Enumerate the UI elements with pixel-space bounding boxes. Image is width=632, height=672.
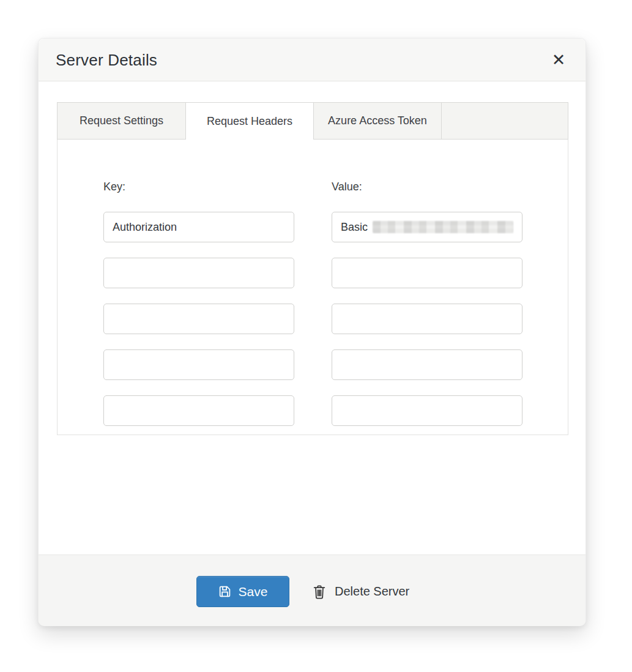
delete-server-label: Delete Server <box>335 584 409 599</box>
header-value-input-2[interactable] <box>332 258 522 288</box>
key-column-label: Key: <box>103 181 125 193</box>
tab-request-headers[interactable]: Request Headers <box>185 103 314 140</box>
close-button[interactable]: ✕ <box>546 39 571 81</box>
page-background: Server Details ✕ Request Settings Reques… <box>0 0 632 672</box>
save-button[interactable]: Save <box>196 576 289 607</box>
dialog-footer: Save Delete Server <box>39 554 586 626</box>
save-button-label: Save <box>239 584 268 599</box>
tab-request-settings[interactable]: Request Settings <box>58 103 185 139</box>
tab-azure-access-token[interactable]: Azure Access Token <box>314 103 441 139</box>
header-key-input-3[interactable] <box>103 304 294 334</box>
redacted-credential <box>373 221 513 233</box>
close-icon: ✕ <box>552 50 566 70</box>
header-key-input-4[interactable] <box>103 349 294 380</box>
server-details-dialog: Server Details ✕ Request Settings Reques… <box>38 38 586 625</box>
header-value-input-1[interactable]: Basic <box>332 212 522 242</box>
header-value-input-5[interactable] <box>332 395 522 426</box>
tab-bar: Request Settings Request Headers Azure A… <box>57 102 568 140</box>
value-column-label: Value: <box>332 181 362 193</box>
header-key-input-5[interactable] <box>103 395 294 426</box>
header-value-input-4[interactable] <box>332 349 522 380</box>
save-icon <box>218 585 231 598</box>
dialog-header: Server Details ✕ <box>39 39 586 81</box>
header-key-input-2[interactable] <box>103 258 294 288</box>
tab-divider <box>441 103 442 139</box>
header-value-input-3[interactable] <box>332 304 522 334</box>
header-value-prefix: Basic <box>341 221 368 234</box>
trash-icon <box>313 584 326 600</box>
request-headers-panel: Key: Value: Basic <box>57 140 568 435</box>
dialog-title: Server Details <box>56 39 157 81</box>
delete-server-button[interactable]: Delete Server <box>313 576 409 607</box>
header-key-input-1[interactable] <box>103 212 294 242</box>
